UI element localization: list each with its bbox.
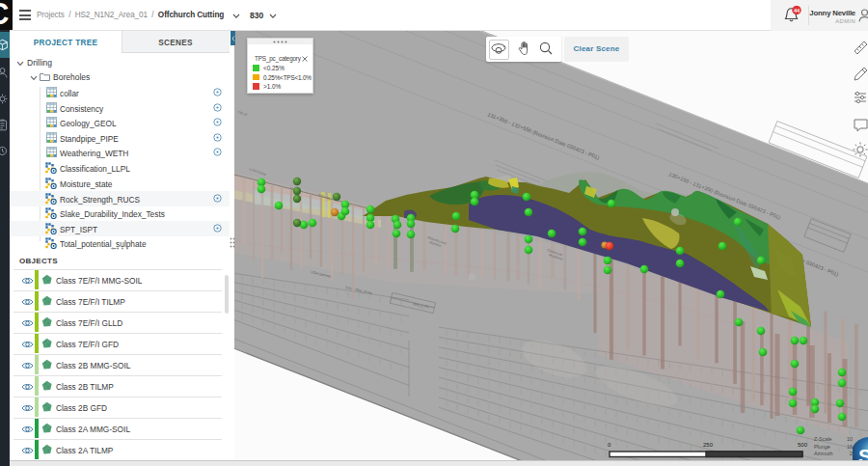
svg-text:S: S <box>858 445 868 460</box>
svg-text:500: 500 <box>798 442 808 448</box>
svg-text:250: 250 <box>703 442 714 448</box>
svg-text:0: 0 <box>608 442 611 448</box>
svg-text:44: 44 <box>794 8 800 14</box>
